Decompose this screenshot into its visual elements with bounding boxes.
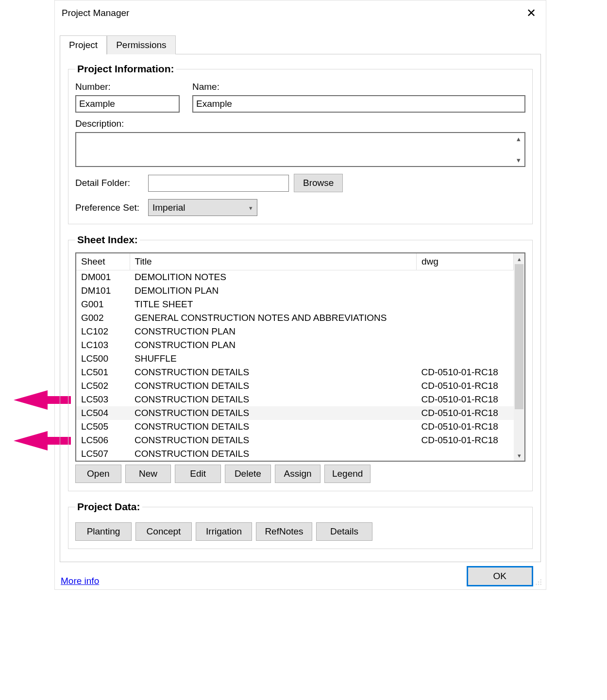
description-scrollbar[interactable]: ▴ ▾	[513, 133, 524, 166]
fieldset-sheet-index: Sheet Index: Sheet Title dwg	[68, 234, 533, 491]
table-row[interactable]: DM001DEMOLITION NOTES	[76, 270, 514, 284]
label-preference-set: Preference Set:	[75, 202, 143, 213]
irrigation-button[interactable]: Irrigation	[196, 522, 252, 541]
refnotes-button[interactable]: RefNotes	[256, 522, 312, 541]
svg-point-5	[536, 584, 537, 585]
open-button[interactable]: Open	[75, 465, 121, 483]
input-detail-folder[interactable]	[148, 175, 289, 192]
table-scrollbar[interactable]: ▴ ▾	[514, 253, 524, 461]
cell-title: CONSTRUCTION DETAILS	[130, 447, 417, 461]
cell-sheet: G001	[76, 298, 130, 311]
cell-title: CONSTRUCTION DETAILS	[130, 379, 417, 393]
table-row[interactable]: LC506CONSTRUCTION DETAILSCD-0510-01-RC18	[76, 433, 514, 447]
cell-title: CONSTRUCTION DETAILS	[130, 420, 417, 433]
cell-title: GENERAL CONSTRUCTION NOTES AND ABBREVIAT…	[130, 311, 417, 325]
input-description[interactable]	[76, 133, 513, 166]
cell-title: CONSTRUCTION PLAN	[130, 338, 417, 352]
legend-project-data: Project Data:	[75, 501, 142, 513]
svg-point-6	[538, 584, 539, 585]
tab-permissions[interactable]: Permissions	[107, 35, 175, 54]
table-row[interactable]: LC103CONSTRUCTION PLAN	[76, 338, 514, 352]
dialog-window: Project Manager ✕ Project Permissions Pr…	[54, 0, 546, 590]
titlebar: Project Manager ✕	[55, 0, 546, 26]
details-button[interactable]: Details	[316, 522, 372, 541]
table-row[interactable]: LC102CONSTRUCTION PLAN	[76, 325, 514, 338]
legend-button[interactable]: Legend	[324, 465, 371, 483]
cell-title: DEMOLITION PLAN	[130, 284, 417, 298]
cell-sheet: DM101	[76, 284, 130, 298]
sheet-index-table[interactable]: Sheet Title dwg DM001DEMOLITION NOTESDM1…	[76, 253, 514, 461]
input-number[interactable]	[75, 95, 180, 113]
svg-point-2	[540, 579, 541, 580]
fieldset-project-data: Project Data: Planting Concept Irrigatio…	[68, 501, 533, 549]
tab-project[interactable]: Project	[60, 35, 107, 54]
table-row[interactable]: G002GENERAL CONSTRUCTION NOTES AND ABBRE…	[76, 311, 514, 325]
concept-button[interactable]: Concept	[135, 522, 192, 541]
cell-title: SHUFFLE	[130, 352, 417, 366]
cell-title: CONSTRUCTION DETAILS	[130, 433, 417, 447]
cell-sheet: LC502	[76, 379, 130, 393]
scroll-up-icon[interactable]: ▴	[514, 253, 524, 264]
cell-title: TITLE SHEET	[130, 298, 417, 311]
legend-project-information: Project Information:	[75, 63, 176, 75]
cell-sheet: LC500	[76, 352, 130, 366]
new-button[interactable]: New	[125, 465, 171, 483]
cell-sheet: LC103	[76, 338, 130, 352]
svg-point-3	[538, 582, 539, 583]
label-number: Number:	[75, 82, 180, 92]
scroll-up-icon[interactable]: ▴	[517, 134, 521, 143]
scroll-down-icon[interactable]: ▾	[514, 450, 524, 461]
scroll-down-icon[interactable]: ▾	[517, 156, 521, 165]
tab-panel-project: Project Information: Number: Name: Descr…	[60, 54, 541, 562]
cell-sheet: LC506	[76, 433, 130, 447]
table-row[interactable]: LC504CONSTRUCTION DETAILSCD-0510-01-RC18	[76, 406, 514, 420]
cell-title: CONSTRUCTION DETAILS	[130, 406, 417, 420]
edit-button[interactable]: Edit	[175, 465, 221, 483]
cell-sheet: LC102	[76, 325, 130, 338]
table-row[interactable]: LC505CONSTRUCTION DETAILSCD-0510-01-RC18	[76, 420, 514, 433]
col-header-sheet[interactable]: Sheet	[76, 253, 130, 270]
window-title: Project Manager	[62, 8, 129, 18]
cell-sheet: LC507	[76, 447, 130, 461]
more-info-link[interactable]: More info	[61, 576, 99, 586]
cell-dwg: CD-0510-01-RC18	[417, 420, 514, 433]
close-icon[interactable]: ✕	[523, 5, 539, 21]
cell-dwg	[417, 298, 514, 311]
cell-dwg: CD-0510-01-RC18	[417, 393, 514, 406]
delete-button[interactable]: Delete	[225, 465, 271, 483]
input-name[interactable]	[192, 95, 525, 113]
cell-dwg: CD-0510-01-RC18	[417, 366, 514, 379]
cell-sheet: LC503	[76, 393, 130, 406]
cell-title: CONSTRUCTION DETAILS	[130, 366, 417, 379]
cell-title: DEMOLITION NOTES	[130, 270, 417, 284]
cell-dwg	[417, 311, 514, 325]
col-header-dwg[interactable]: dwg	[417, 253, 514, 270]
cell-sheet: G002	[76, 311, 130, 325]
table-row[interactable]: LC501CONSTRUCTION DETAILSCD-0510-01-RC18	[76, 366, 514, 379]
table-row[interactable]: G001TITLE SHEET	[76, 298, 514, 311]
resize-grip-icon[interactable]	[535, 579, 542, 585]
label-description: Description:	[75, 118, 525, 129]
assign-button[interactable]: Assign	[275, 465, 321, 483]
cell-dwg: CD-0510-01-RC18	[417, 433, 514, 447]
scrollbar-thumb[interactable]	[515, 264, 523, 409]
table-row[interactable]: LC503CONSTRUCTION DETAILSCD-0510-01-RC18	[76, 393, 514, 406]
cell-sheet: LC505	[76, 420, 130, 433]
cell-dwg	[417, 447, 514, 461]
cell-title: CONSTRUCTION DETAILS	[130, 393, 417, 406]
select-preference-set[interactable]: Imperial	[148, 199, 257, 216]
table-row[interactable]: LC502CONSTRUCTION DETAILSCD-0510-01-RC18	[76, 379, 514, 393]
ok-button[interactable]: OK	[467, 566, 533, 586]
browse-button[interactable]: Browse	[294, 174, 343, 192]
svg-point-7	[540, 584, 541, 585]
cell-dwg: CD-0510-01-RC18	[417, 406, 514, 420]
cell-dwg	[417, 338, 514, 352]
col-header-title[interactable]: Title	[130, 253, 417, 270]
table-row[interactable]: LC500SHUFFLE	[76, 352, 514, 366]
cell-sheet: LC504	[76, 406, 130, 420]
table-row[interactable]: LC507CONSTRUCTION DETAILS	[76, 447, 514, 461]
table-row[interactable]: DM101DEMOLITION PLAN	[76, 284, 514, 298]
fieldset-project-information: Project Information: Number: Name: Descr…	[68, 63, 533, 224]
planting-button[interactable]: Planting	[75, 522, 132, 541]
cell-sheet: DM001	[76, 270, 130, 284]
